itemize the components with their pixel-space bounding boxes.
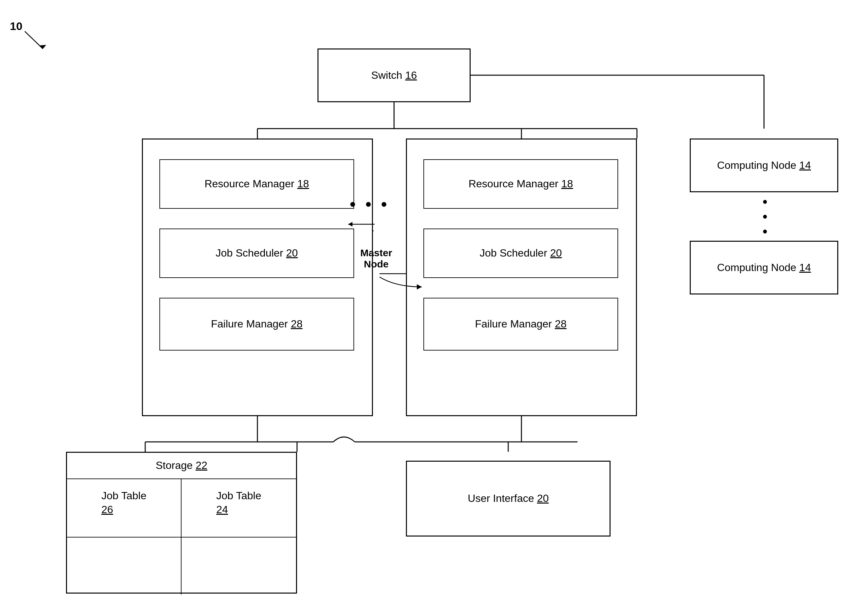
right-failure-manager-box: Failure Manager 28 xyxy=(424,298,618,350)
computing-node-bottom-box: Computing Node 14 xyxy=(690,241,838,294)
left-job-scheduler-box: Job Scheduler 20 xyxy=(159,228,354,278)
computing-node-top-box: Computing Node 14 xyxy=(690,138,838,192)
user-interface-label: User Interface 20 xyxy=(468,492,548,506)
left-failure-manager-box: Failure Manager 28 xyxy=(159,298,354,350)
left-resource-manager-box: Resource Manager 18 xyxy=(159,159,354,209)
diagram-ref-label: 10 xyxy=(10,20,22,33)
user-interface-box: User Interface 20 xyxy=(406,461,611,536)
left-failure-manager-label: Failure Manager 28 xyxy=(211,317,302,331)
right-resource-manager-box: Resource Manager 18 xyxy=(424,159,618,209)
panel-separator-dots: • • • xyxy=(350,195,389,214)
computing-node-bottom-label: Computing Node 14 xyxy=(717,261,811,275)
diagram: 10 xyxy=(0,0,863,616)
right-resource-manager-label: Resource Manager 18 xyxy=(469,177,573,191)
left-resource-manager-label: Resource Manager 18 xyxy=(205,177,309,191)
computing-node-dots: ••• xyxy=(749,195,782,239)
job-table-24-label: Job Table24 xyxy=(216,489,261,516)
svg-marker-1 xyxy=(39,45,46,49)
storage-label: Storage 22 xyxy=(156,459,208,473)
right-panel: Resource Manager 18 Job Scheduler 20 Fai… xyxy=(406,138,637,416)
svg-line-0 xyxy=(25,31,43,49)
master-node-label: MasterNode xyxy=(350,247,403,270)
left-job-scheduler-label: Job Scheduler 20 xyxy=(216,246,298,260)
left-panel: Resource Manager 18 Job Scheduler 20 Fai… xyxy=(142,138,373,416)
right-job-scheduler-box: Job Scheduler 20 xyxy=(424,228,618,278)
computing-node-top-label: Computing Node 14 xyxy=(717,159,811,173)
right-job-scheduler-label: Job Scheduler 20 xyxy=(480,246,562,260)
storage-box: Storage 22 Job Table26 Job Table24 xyxy=(66,452,297,594)
switch-box: Switch 16 xyxy=(318,49,471,102)
switch-label: Switch 16 xyxy=(371,69,417,82)
right-failure-manager-label: Failure Manager 28 xyxy=(475,317,566,331)
job-table-26-label: Job Table26 xyxy=(101,489,146,516)
